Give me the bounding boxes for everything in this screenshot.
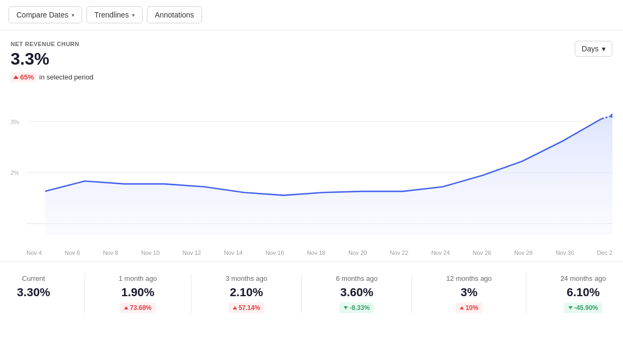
- separator-4: [411, 274, 412, 313]
- stat-24months-badge: -45.90%: [564, 303, 602, 313]
- bottom-stats: Current 3.30% 1 month ago 1.90% 73.68% 3…: [0, 261, 623, 324]
- chart-label: NET REVENUE CHURN: [11, 41, 93, 47]
- x-axis: Nov 4 Nov 6 Nov 8 Nov 10 Nov 12 Nov 14 N…: [11, 246, 612, 256]
- x-label-10: Nov 24: [431, 250, 450, 256]
- separator-1: [84, 274, 85, 313]
- stat-12months-period: 12 months ago: [446, 274, 492, 282]
- change-arrow-up-icon: [13, 75, 19, 79]
- stat-current-period: Current: [22, 274, 45, 282]
- stat-6months-period: 6 months ago: [336, 274, 378, 282]
- chart-meta: NET REVENUE CHURN 3.3% 65% in selected p…: [11, 41, 93, 82]
- stat-6months-value: 3.60%: [340, 286, 373, 299]
- chart-change: 65% in selected period: [11, 72, 93, 82]
- badge-arrow-up-icon-2: [233, 306, 237, 309]
- separator-5: [526, 274, 527, 313]
- compare-dates-chevron-icon: ▾: [72, 12, 74, 18]
- x-label-7: Nov 18: [307, 250, 326, 256]
- stat-1month: 1 month ago 1.90% 73.68%: [119, 274, 157, 313]
- x-label-14: Dec 2: [597, 250, 612, 256]
- x-label-4: Nov 12: [182, 250, 201, 256]
- badge-arrow-up-icon: [124, 306, 128, 309]
- x-label-3: Nov 10: [141, 250, 160, 256]
- days-label: Days: [582, 45, 599, 53]
- change-badge: 65%: [11, 72, 37, 82]
- x-label-1: Nov 6: [65, 250, 80, 256]
- separator-3: [301, 274, 302, 313]
- svg-text:2%: 2%: [11, 170, 19, 176]
- stat-1month-period: 1 month ago: [119, 274, 157, 282]
- x-label-8: Nov 20: [348, 250, 367, 256]
- stat-6months-badge: -8.33%: [339, 303, 374, 313]
- stat-12months: 12 months ago 3% 10%: [446, 274, 492, 313]
- x-label-11: Nov 26: [473, 250, 492, 256]
- compare-dates-button[interactable]: Compare Dates ▾: [8, 6, 82, 23]
- change-pct: 65%: [20, 73, 34, 81]
- trendlines-label: Trendlines: [94, 11, 129, 19]
- trendlines-button[interactable]: Trendlines ▾: [86, 6, 143, 23]
- separator-2: [191, 274, 191, 313]
- stat-24months: 24 months ago 6.10% -45.90%: [560, 274, 606, 313]
- stat-1month-value: 1.90%: [121, 286, 154, 299]
- toolbar: Compare Dates ▾ Trendlines ▾ Annotations: [0, 0, 623, 30]
- stat-12months-badge: 10%: [455, 303, 482, 313]
- stat-1month-badge: 73.68%: [120, 303, 156, 313]
- stat-24months-period: 24 months ago: [560, 274, 606, 282]
- x-label-9: Nov 22: [390, 250, 408, 256]
- x-label-13: Nov 30: [556, 250, 574, 256]
- days-chevron-icon: ▾: [602, 45, 606, 53]
- chart-svg: 3% 2%: [11, 87, 612, 246]
- annotations-label: Annotations: [155, 11, 194, 19]
- chart-container: 3% 2%: [11, 87, 612, 246]
- change-text: in selected period: [39, 73, 93, 81]
- badge-arrow-down-icon: [344, 306, 348, 309]
- x-label-6: Nov 16: [266, 250, 284, 256]
- chart-value: 3.3%: [11, 49, 93, 69]
- badge-arrow-down-icon-2: [568, 306, 573, 309]
- x-label-5: Nov 14: [224, 250, 243, 256]
- trendlines-chevron-icon: ▾: [132, 12, 135, 18]
- stat-current-value: 3.30%: [17, 286, 50, 299]
- compare-dates-label: Compare Dates: [16, 11, 68, 19]
- stat-3months-period: 3 months ago: [225, 274, 267, 282]
- x-label-0: Nov 4: [27, 250, 42, 256]
- svg-text:3%: 3%: [11, 118, 19, 125]
- days-select[interactable]: Days ▾: [575, 41, 612, 57]
- chart-section: NET REVENUE CHURN 3.3% 65% in selected p…: [0, 30, 623, 256]
- stat-current: Current 3.30%: [17, 274, 50, 313]
- badge-arrow-up-icon-3: [460, 306, 464, 309]
- stat-6months: 6 months ago 3.60% -8.33%: [336, 274, 378, 313]
- x-label-12: Nov 28: [514, 250, 533, 256]
- stat-3months-value: 2.10%: [230, 286, 263, 299]
- stat-3months-badge: 57.14%: [229, 303, 265, 313]
- stat-3months: 3 months ago 2.10% 57.14%: [225, 274, 267, 313]
- stat-12months-value: 3%: [461, 286, 478, 299]
- x-label-2: Nov 8: [103, 250, 118, 256]
- stat-24months-value: 6.10%: [567, 286, 600, 299]
- chart-header: NET REVENUE CHURN 3.3% 65% in selected p…: [11, 41, 612, 82]
- annotations-button[interactable]: Annotations: [147, 6, 202, 23]
